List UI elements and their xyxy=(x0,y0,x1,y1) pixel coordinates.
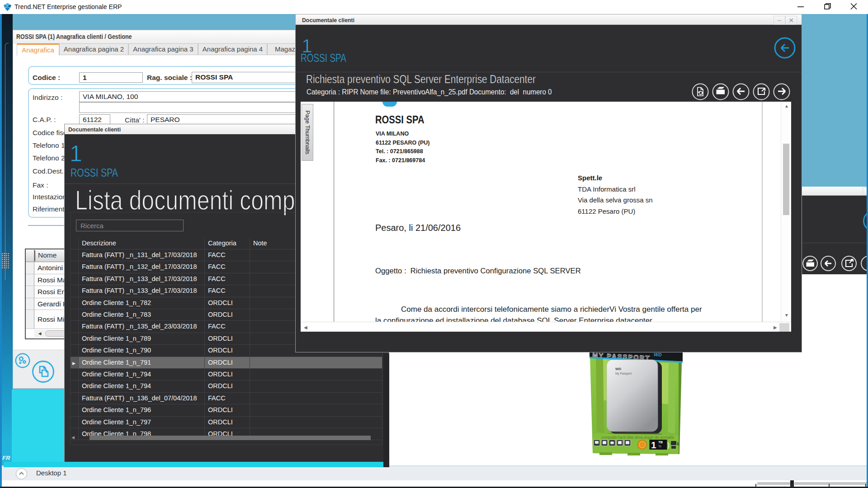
svg-text:To: To xyxy=(658,445,661,448)
svg-text:): ) xyxy=(667,441,670,449)
svg-text:1: 1 xyxy=(677,441,679,446)
svg-text:compatib.hard disk drive,doppi: compatib.hard disk drive,doppi dw portat… xyxy=(601,435,674,440)
svg-text:1: 1 xyxy=(651,440,656,450)
svg-text:WD: WD xyxy=(615,367,622,371)
svg-text:TB: TB xyxy=(658,440,663,444)
svg-text:My Passport: My Passport xyxy=(615,372,632,375)
